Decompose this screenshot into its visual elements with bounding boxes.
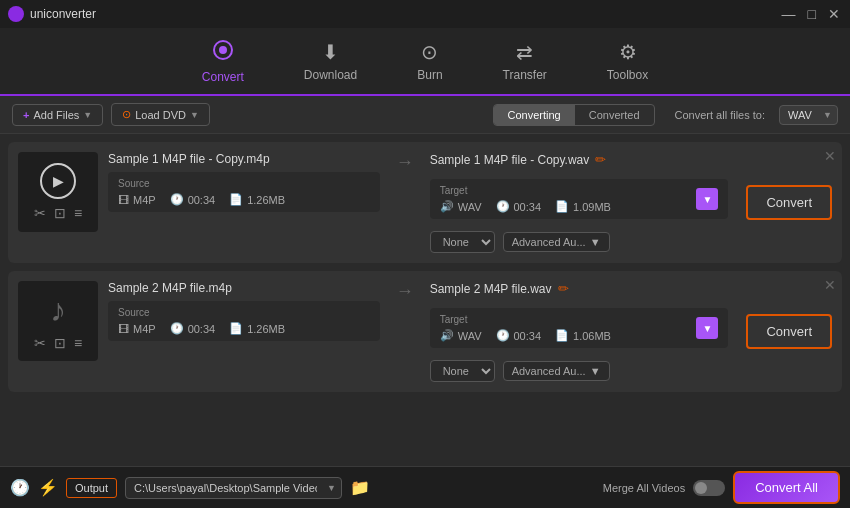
nav-item-transfer[interactable]: ⇄ Transfer — [493, 34, 557, 88]
source-size-2: 📄1.26MB — [229, 322, 285, 335]
crop-icon-2[interactable]: ⊡ — [54, 335, 66, 351]
add-files-button[interactable]: + Add Files ▼ — [12, 104, 103, 126]
output-label: Output — [66, 478, 117, 498]
adv-dropdown-icon-2: ▼ — [590, 365, 601, 377]
convert-nav-icon — [212, 39, 234, 66]
target-meta-1: 🔊WAV 🕐00:34 📄1.09MB — [440, 200, 611, 213]
burn-nav-icon: ⊙ — [421, 40, 438, 64]
source-meta-1: 🎞M4P 🕐00:34 📄1.26MB — [118, 193, 370, 206]
history-icon[interactable]: 🕐 — [10, 478, 30, 497]
minimize-button[interactable]: — — [780, 6, 798, 22]
format-select[interactable]: WAV MP3 AAC FLAC — [779, 105, 838, 125]
nav-item-toolbox[interactable]: ⚙ Toolbox — [597, 34, 658, 88]
advanced-button-1[interactable]: Advanced Au... ▼ — [503, 232, 610, 252]
folder-icon[interactable]: 📁 — [350, 478, 370, 497]
cut-icon-1[interactable]: ✂ — [34, 205, 46, 221]
nav-item-burn[interactable]: ⊙ Burn — [407, 34, 452, 88]
source-section-1: Sample 1 M4P file - Copy.m4p Source 🎞M4P… — [108, 152, 380, 212]
nav-item-convert[interactable]: Convert — [192, 33, 254, 90]
clock-icon-1: 🕐 — [170, 193, 184, 206]
output-path-input[interactable] — [125, 477, 342, 499]
target-duration-2: 🕐00:34 — [496, 329, 542, 342]
close-card-1[interactable]: ✕ — [824, 148, 836, 164]
nav-label-burn: Burn — [417, 68, 442, 82]
source-size-1: 📄1.26MB — [229, 193, 285, 206]
subtitle-select-1[interactable]: None — [430, 231, 495, 253]
svg-point-1 — [219, 46, 227, 54]
crop-icon-1[interactable]: ⊡ — [54, 205, 66, 221]
target-box-1: Target 🔊WAV 🕐00:34 📄1.09MB — [430, 179, 729, 219]
target-duration-1: 🕐00:34 — [496, 200, 542, 213]
list-icon-1[interactable]: ≡ — [74, 205, 82, 221]
output-path-wrapper — [125, 477, 342, 499]
source-box-1: Source 🎞M4P 🕐00:34 📄1.26MB — [108, 172, 380, 212]
nav-label-download: Download — [304, 68, 357, 82]
format-wrapper: WAV MP3 AAC FLAC — [773, 105, 838, 125]
target-label-1: Target — [440, 185, 611, 196]
merge-toggle[interactable] — [693, 480, 725, 496]
nav-item-download[interactable]: ⬇ Download — [294, 34, 367, 88]
add-files-dropdown-arrow: ▼ — [83, 110, 92, 120]
flash-icon[interactable]: ⚡ — [38, 478, 58, 497]
tab-group: Converting Converted — [493, 104, 655, 126]
source-format-2: 🎞M4P — [118, 323, 156, 335]
target-meta-2: 🔊WAV 🕐00:34 📄1.06MB — [440, 329, 611, 342]
titlebar-left: uniconverter — [8, 6, 96, 22]
convert-col-1: Convert — [736, 185, 832, 220]
target-options-1: None Advanced Au... ▼ — [430, 231, 729, 253]
cut-icon-2[interactable]: ✂ — [34, 335, 46, 351]
file-icon-1: 📄 — [555, 200, 569, 213]
play-button-1[interactable]: ▶ — [40, 163, 76, 199]
source-duration-1: 🕐00:34 — [170, 193, 216, 206]
edit-icon-2[interactable]: ✏ — [558, 281, 569, 296]
maximize-button[interactable]: □ — [806, 6, 818, 22]
convert-button-2[interactable]: Convert — [746, 314, 832, 349]
source-format-1: 🎞M4P — [118, 194, 156, 206]
arrow-area-1: → — [388, 152, 422, 173]
file-tools-2: ✂ ⊡ ≡ — [34, 335, 82, 351]
tab-converting[interactable]: Converting — [494, 105, 575, 125]
source-section-2: Sample 2 M4P file.m4p Source 🎞M4P 🕐00:34… — [108, 281, 380, 341]
target-size-2: 📄1.06MB — [555, 329, 611, 342]
convert-all-files-label: Convert all files to: — [675, 109, 765, 121]
target-box-2: Target 🔊WAV 🕐00:34 📄1.06MB — [430, 308, 729, 348]
close-card-2[interactable]: ✕ — [824, 277, 836, 293]
nav-label-convert: Convert — [202, 70, 244, 84]
merge-label: Merge All Videos — [603, 482, 685, 494]
load-dvd-dropdown-arrow: ▼ — [190, 110, 199, 120]
file-tools-1: ✂ ⊡ ≡ — [34, 205, 82, 221]
list-icon-2[interactable]: ≡ — [74, 335, 82, 351]
tab-converted[interactable]: Converted — [575, 105, 654, 125]
edit-icon-1[interactable]: ✏ — [595, 152, 606, 167]
target-label-2: Target — [440, 314, 611, 325]
file-card-2: ✕ ♪ ✂ ⊡ ≡ Sample 2 M4P file.m4p Source 🎞… — [8, 271, 842, 392]
target-size-1: 📄1.09MB — [555, 200, 611, 213]
close-button[interactable]: ✕ — [826, 6, 842, 22]
folder-size-icon-1: 📄 — [229, 193, 243, 206]
target-dropdown-1[interactable]: ▼ — [696, 188, 718, 210]
target-filename-1: Sample 1 M4P file - Copy.wav ✏ — [430, 152, 729, 167]
convert-all-button[interactable]: Convert All — [733, 471, 840, 504]
target-section-2: Sample 2 M4P file.wav ✏ Target 🔊WAV 🕐00:… — [430, 281, 729, 382]
target-info-1: Target 🔊WAV 🕐00:34 📄1.09MB — [440, 185, 611, 213]
app-logo — [8, 6, 24, 22]
toolbox-nav-icon: ⚙ — [619, 40, 637, 64]
wav-icon-2: 🔊 — [440, 329, 454, 342]
convert-button-1[interactable]: Convert — [746, 185, 832, 220]
target-dropdown-2[interactable]: ▼ — [696, 317, 718, 339]
wav-icon-1: 🔊 — [440, 200, 454, 213]
folder-size-icon-2: 📄 — [229, 322, 243, 335]
download-nav-icon: ⬇ — [322, 40, 339, 64]
target-format-2: 🔊WAV — [440, 329, 482, 342]
file-name-1: Sample 1 M4P file - Copy.m4p — [108, 152, 380, 166]
source-duration-2: 🕐00:34 — [170, 322, 216, 335]
convert-col-2: Convert — [736, 314, 832, 349]
target-options-2: None Advanced Au... ▼ — [430, 360, 729, 382]
card-content-2: Sample 2 M4P file.m4p Source 🎞M4P 🕐00:34… — [108, 281, 832, 382]
advanced-button-2[interactable]: Advanced Au... ▼ — [503, 361, 610, 381]
navbar: Convert ⬇ Download ⊙ Burn ⇄ Transfer ⚙ T… — [0, 28, 850, 96]
source-box-2: Source 🎞M4P 🕐00:34 📄1.26MB — [108, 301, 380, 341]
load-dvd-button[interactable]: ⊙ Load DVD ▼ — [111, 103, 210, 126]
target-filename-2: Sample 2 M4P file.wav ✏ — [430, 281, 729, 296]
subtitle-select-2[interactable]: None — [430, 360, 495, 382]
